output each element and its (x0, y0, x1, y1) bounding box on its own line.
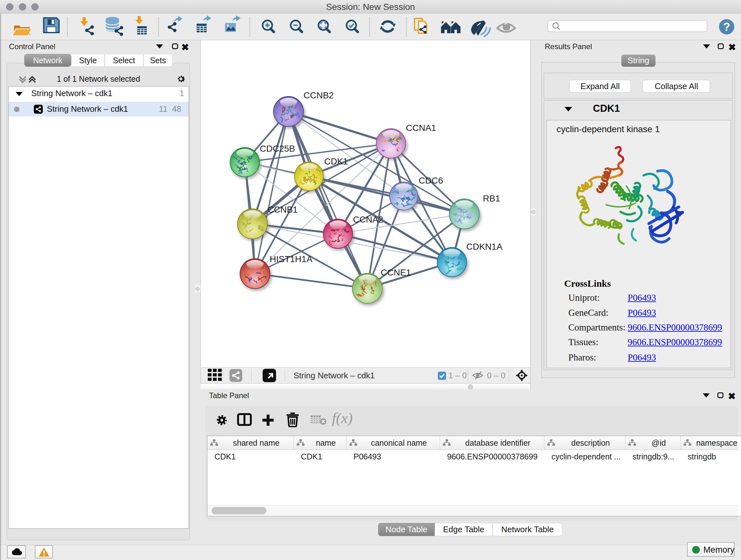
svg-text:CCNA2: CCNA2 (353, 214, 383, 225)
svg-text:CDC6: CDC6 (419, 176, 443, 186)
svg-text:RB1: RB1 (483, 193, 500, 203)
svg-text:HIST1H1A: HIST1H1A (270, 254, 313, 264)
svg-text:CDK1: CDK1 (324, 157, 348, 166)
svg-text:CCNE1: CCNE1 (381, 267, 411, 277)
svg-text:CCNB2: CCNB2 (304, 90, 334, 100)
svg-text:CDC25B: CDC25B (260, 144, 295, 153)
svg-text:CCNA1: CCNA1 (406, 123, 436, 133)
svg-text:?: ? (723, 20, 730, 34)
svg-text:CDKN1A: CDKN1A (466, 242, 502, 252)
svg-text:CCNB1: CCNB1 (267, 205, 298, 214)
